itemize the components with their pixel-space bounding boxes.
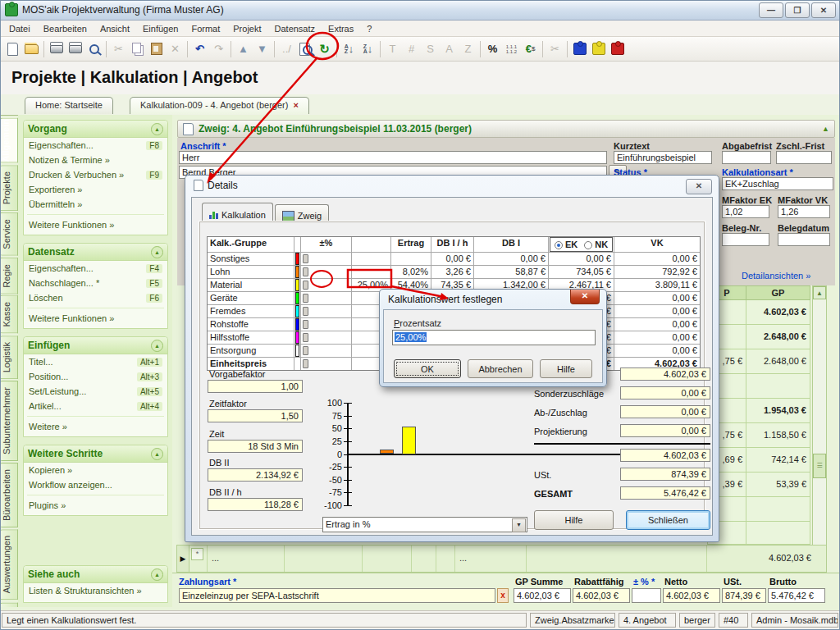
sidebar-item-weitere[interactable]: Weitere »	[24, 419, 167, 436]
pct-slider[interactable]	[301, 292, 352, 304]
section-siehe-auch-header[interactable]: Siehe auch ▲	[24, 566, 167, 583]
print-form-icon[interactable]	[66, 40, 84, 58]
module-tab-bueroarbeiten[interactable]: Büroarbeiten	[0, 463, 18, 527]
copy-icon[interactable]	[128, 40, 147, 58]
format-z-icon[interactable]: Z	[459, 40, 477, 58]
close-button[interactable]: ✕	[811, 2, 836, 18]
sidebar-item-titel[interactable]: Titel...Alt+1	[24, 354, 167, 369]
module-tab-regie[interactable]: Regie	[0, 258, 18, 294]
modal-hilfe-button[interactable]: Hilfe	[540, 359, 592, 378]
sidebar-item-plugins[interactable]: Plugins »	[24, 498, 167, 515]
scroll-up-icon[interactable]: ▲	[813, 286, 826, 299]
sidebar-item-loeschen[interactable]: LöschenF6	[24, 290, 167, 305]
pct-slider[interactable]	[301, 305, 352, 317]
hilfe-button[interactable]: Hilfe	[534, 510, 614, 530]
collapse-icon[interactable]: ▲	[151, 246, 163, 258]
chart-metric-dropdown[interactable]: Ertrag in % ▼	[322, 517, 527, 532]
plugin-blue-icon[interactable]	[570, 40, 589, 58]
col-header-dbih[interactable]: DB I / h	[431, 237, 474, 252]
kurztext-field[interactable]: Einführungsbeispiel	[614, 151, 712, 164]
table-scrollbar[interactable]: ▲ ☰ ▼	[812, 285, 827, 573]
sidebar-item-eigenschaften[interactable]: Eigenschaften...F8	[24, 138, 167, 153]
module-tab-stammdaten[interactable]: Stammdaten	[0, 602, 18, 607]
sidebar-item-set-leistung[interactable]: Set/Leistung...Alt+5	[24, 384, 167, 399]
gp-column-header[interactable]: GP	[746, 285, 810, 300]
redo-icon[interactable]: ↷	[209, 40, 228, 58]
menu-ansicht[interactable]: Ansicht	[94, 22, 135, 35]
plusminus-value[interactable]	[632, 588, 661, 603]
percent-icon[interactable]: %	[483, 40, 502, 58]
col-header-pct[interactable]: ±%	[301, 237, 352, 252]
delete-icon[interactable]: ✕	[166, 40, 185, 58]
col-header-vk[interactable]: VK	[614, 237, 700, 252]
clear-payment-icon[interactable]: x	[497, 588, 509, 603]
menu-einfuegen[interactable]: Einfügen	[137, 22, 184, 35]
module-tab-logistik[interactable]: Logistik	[0, 336, 18, 379]
set-value-cell[interactable]	[352, 253, 391, 265]
menu-format[interactable]: Format	[185, 22, 226, 35]
nk-radio[interactable]: NK	[584, 240, 608, 249]
mfaktor-ek-field[interactable]: 1,02	[722, 205, 769, 218]
new-row-icon[interactable]: *	[191, 548, 203, 560]
restore-button[interactable]: ❐	[785, 2, 810, 18]
details-dialog-titlebar[interactable]: Details	[194, 180, 238, 191]
module-tab-projekte[interactable]: Projekte	[0, 165, 18, 211]
sidebar-item-nachschlagen[interactable]: Nachschlagen... *F5	[24, 276, 167, 290]
chevron-down-icon[interactable]: ▼	[512, 518, 526, 532]
zeitfaktor-field[interactable]: 1,50	[208, 409, 303, 422]
menu-datei[interactable]: Datei	[3, 22, 36, 35]
move-up-icon[interactable]: ▲	[234, 40, 253, 58]
sidebar-item-position[interactable]: Position...Alt+3	[24, 369, 167, 384]
scroll-thumb[interactable]: ☰	[813, 454, 826, 478]
set-value-cell[interactable]	[352, 266, 391, 278]
col-header-gruppe[interactable]: Kalk.-Gruppe	[208, 237, 294, 252]
outline-numbering-icon[interactable]: 1.1.1 1.1.2	[502, 40, 521, 58]
zeit-field[interactable]: 18 Std 3 Min	[208, 440, 303, 453]
cancel-icon[interactable]: ✂	[546, 40, 564, 58]
module-tab-allgemein[interactable]: Allgemein	[0, 118, 18, 163]
menu-extras[interactable]: Extras	[322, 22, 359, 35]
section-weitere-schritte-header[interactable]: Weitere Schritte ▲	[24, 445, 167, 463]
detailansichten-link[interactable]: Detailansichten »	[742, 271, 810, 281]
collapse-icon[interactable]: ▲	[151, 123, 163, 135]
col-header-dbi[interactable]: DB I	[474, 237, 549, 252]
tab-home-startseite[interactable]: Home: Startseite	[25, 97, 113, 114]
sidebar-item-drucken-verbuchen[interactable]: Drucken & Verbuchen »F9	[24, 167, 167, 182]
collapse-section-icon[interactable]: ▲	[822, 125, 829, 133]
pct-slider[interactable]	[301, 253, 352, 265]
prozentsatz-input[interactable]: 25,00%	[392, 330, 596, 345]
zahlungsart-field[interactable]: Einzeleinzug per SEPA-Lastschrift	[179, 588, 495, 603]
modal-close-icon[interactable]: ✕	[570, 290, 600, 304]
print-preview-icon[interactable]	[84, 40, 103, 58]
plugin-red-icon[interactable]	[608, 40, 627, 58]
belegdatum-field[interactable]	[778, 233, 830, 246]
col-header-ertrag[interactable]: Ertrag	[391, 237, 431, 252]
currency-eur-usd-icon[interactable]: €$	[521, 40, 540, 58]
print-icon[interactable]	[47, 40, 66, 58]
minimize-button[interactable]: —	[759, 2, 783, 18]
sidebar-item-weitere-funktionen[interactable]: Weitere Funktionen »	[24, 217, 167, 235]
pct-slider[interactable]	[301, 331, 352, 344]
module-tab-kasse[interactable]: Kasse	[0, 295, 18, 334]
open-folder-icon[interactable]	[22, 40, 41, 58]
module-tab-auswertungen[interactable]: Auswertungen	[0, 529, 18, 600]
collapse-icon[interactable]: ▲	[151, 448, 163, 460]
pct-slider[interactable]	[301, 358, 352, 370]
sidebar-item-ds-eigenschaften[interactable]: Eigenschaften...F4	[24, 261, 167, 276]
tab-kalkulation-009[interactable]: Kalkulation-009 - 4. Angebot (berger)×	[130, 97, 309, 114]
move-down-icon[interactable]: ▼	[253, 40, 272, 58]
kalkulationsart-field[interactable]: EK+Zuschlag	[722, 177, 833, 190]
section-vorgang-header[interactable]: Vorgang ▲	[24, 121, 167, 138]
sidebar-item-workflow-anzeigen[interactable]: Workflow anzeigen...	[24, 477, 167, 492]
sidebar-item-notizen-termine[interactable]: Notizen & Termine »	[24, 153, 167, 167]
sidebar-item-artikel[interactable]: Artikel...Alt+4	[24, 399, 167, 413]
abgabefrist-field[interactable]	[722, 151, 771, 164]
sort-za-icon[interactable]: Z A↓	[358, 40, 377, 58]
section-datensatz-header[interactable]: Datensatz ▲	[24, 244, 167, 261]
sidebar-item-exportieren[interactable]: Exportieren »	[24, 182, 167, 197]
db2h-field[interactable]: 118,28 €	[208, 498, 303, 511]
pct-slider[interactable]	[301, 266, 352, 278]
menu-datensatz[interactable]: Datensatz	[269, 22, 322, 35]
refresh-icon[interactable]: ↻	[315, 40, 334, 58]
edit-line-icon[interactable]: ../	[277, 40, 296, 58]
